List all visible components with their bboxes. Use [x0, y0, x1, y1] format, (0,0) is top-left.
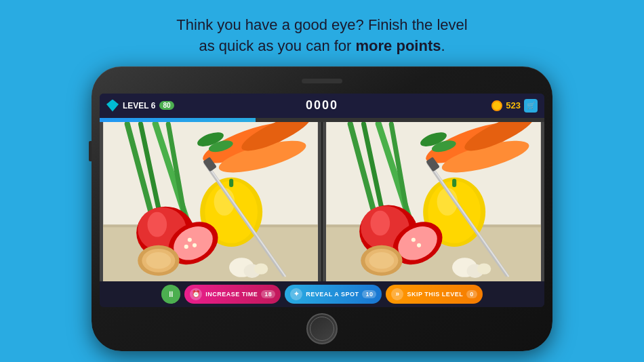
svg-rect-15 [229, 178, 233, 186]
increase-time-button[interactable]: ⏰ INCREASE TIME 18 [184, 285, 281, 304]
header-bold: more points [356, 37, 441, 54]
svg-point-32 [254, 263, 268, 274]
phone-mockup: LEVEL 6 80 0000 523 🛒 [92, 66, 552, 351]
skip-level-count: 0 [466, 290, 477, 298]
skip-level-button[interactable]: » SKIP THIS LEVEL 0 [386, 285, 482, 304]
coin-icon [491, 100, 502, 111]
level-group: LEVEL 6 80 [106, 100, 174, 112]
reveal-spot-icon: ✦ [290, 288, 302, 300]
svg-point-23 [184, 244, 188, 248]
score-display: 0000 [306, 98, 338, 113]
svg-rect-48 [452, 178, 456, 186]
svg-point-64 [477, 263, 491, 274]
phone-home-button[interactable] [306, 313, 338, 344]
skip-level-label: SKIP THIS LEVEL [407, 291, 463, 298]
bottom-controls: ⏰ INCREASE TIME 18 ✦ REVEAL A SPOT 10 » … [100, 281, 544, 307]
reveal-spot-label: REVEAL A SPOT [306, 291, 359, 298]
phone-side-button [89, 141, 92, 161]
game-image-left[interactable] [100, 122, 321, 281]
svg-point-18 [148, 212, 167, 237]
svg-point-55 [417, 243, 421, 247]
svg-point-22 [193, 243, 197, 247]
svg-point-21 [188, 237, 192, 241]
reveal-spot-count: 10 [362, 290, 376, 298]
skip-level-icon: » [391, 288, 403, 300]
images-area [100, 122, 544, 281]
reveal-spot-button[interactable]: ✦ REVEAL A SPOT 10 [285, 285, 382, 304]
increase-time-icon: ⏰ [190, 288, 202, 300]
level-label: LEVEL 6 [123, 101, 155, 110]
coins-group: 523 🛒 [491, 99, 538, 113]
svg-point-29 [146, 252, 171, 269]
increase-time-label: INCREASE TIME [205, 291, 258, 298]
game-top-bar: LEVEL 6 80 0000 523 🛒 [100, 94, 544, 118]
phone-shell: LEVEL 6 80 0000 523 🛒 [92, 66, 552, 351]
pause-button[interactable] [161, 285, 180, 304]
svg-point-54 [411, 237, 416, 241]
phone-speaker [302, 79, 342, 83]
header-line2-end: . [441, 37, 445, 54]
increase-time-count: 18 [261, 290, 275, 298]
level-badge: 80 [159, 101, 174, 110]
cart-icon[interactable]: 🛒 [524, 99, 538, 113]
header-line1: Think you have a good eye? Finish the le… [176, 15, 467, 36]
header-line2-normal: as quick as you can for [199, 37, 355, 54]
svg-point-61 [369, 252, 394, 269]
header-text: Think you have a good eye? Finish the le… [176, 15, 467, 57]
game-image-right[interactable] [323, 122, 544, 281]
phone-screen: LEVEL 6 80 0000 523 🛒 [100, 94, 544, 307]
diamond-icon [106, 100, 119, 112]
game-screen: LEVEL 6 80 0000 523 🛒 [100, 94, 544, 307]
header-line2: as quick as you can for more points. [176, 36, 467, 57]
svg-point-51 [371, 210, 390, 235]
coins-count: 523 [506, 100, 521, 110]
